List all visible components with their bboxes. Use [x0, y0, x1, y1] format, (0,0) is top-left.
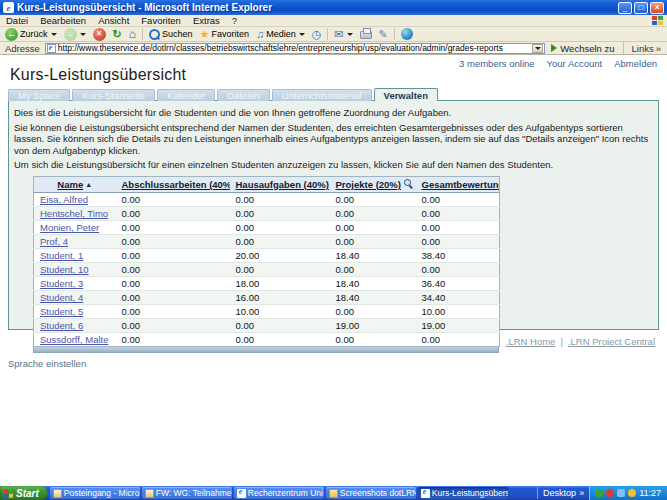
messenger-button[interactable] — [398, 27, 416, 41]
back-label: Zurück — [20, 29, 48, 39]
back-dropdown-icon[interactable] — [51, 33, 57, 36]
grade-cell: 0.00 — [416, 220, 500, 234]
grade-cell: 0.00 — [116, 304, 230, 318]
menu-item-datei[interactable]: Datei — [0, 15, 34, 26]
history-icon — [312, 29, 322, 40]
tray-icon[interactable] — [617, 489, 625, 497]
student-link[interactable]: Student, 10 — [40, 264, 89, 275]
mail-button[interactable] — [331, 27, 355, 41]
window-title: Kurs-Leistungsübersicht - Microsoft Inte… — [17, 2, 618, 13]
table-row: Monien, Peter 0.00 0.00 0.00 0.00 — [34, 220, 500, 234]
table-row: Prof, 4 0.00 0.00 0.00 0.00 — [34, 234, 500, 248]
student-link[interactable]: Student, 4 — [40, 292, 83, 303]
lrn-project-central-link[interactable]: .LRN Project Central — [568, 336, 655, 347]
forward-button[interactable] — [61, 27, 89, 41]
menu-item-ansicht[interactable]: Ansicht — [92, 15, 135, 26]
tab-unterrichtsmaterial[interactable]: Unterrichtsmaterial — [272, 89, 372, 101]
edit-button[interactable] — [376, 27, 391, 41]
media-dropdown-icon[interactable] — [299, 33, 305, 36]
toolbar-separator — [142, 28, 143, 40]
back-icon — [5, 28, 18, 41]
tray-icon[interactable] — [606, 489, 614, 497]
menu-item-favoriten[interactable]: Favoriten — [135, 15, 187, 26]
start-button[interactable]: Start — [0, 486, 48, 500]
grade-cell: 0.00 — [116, 262, 230, 276]
grade-cell: 0.00 — [116, 234, 230, 248]
tab-my-space[interactable]: My Space — [8, 89, 70, 101]
back-button[interactable]: Zurück — [2, 27, 60, 41]
grade-cell: 0.00 — [330, 220, 416, 234]
media-button[interactable]: Medien — [253, 27, 308, 41]
grade-cell: 0.00 — [330, 304, 416, 318]
student-link[interactable]: Hentschel, Timo — [40, 208, 108, 219]
column-header-abschlussarbeiten[interactable]: Abschlussarbeiten (40%) — [116, 176, 230, 192]
language-settings-link[interactable]: Sprache einstellen — [8, 358, 86, 369]
mail-dropdown-icon[interactable] — [347, 33, 353, 36]
go-button[interactable]: Wechseln zu — [548, 43, 617, 54]
clock[interactable]: 11:27 — [639, 488, 661, 498]
desktop-label: Desktop — [543, 488, 576, 498]
grade-cell: 16.00 — [230, 290, 330, 304]
student-link[interactable]: Student, 3 — [40, 278, 83, 289]
taskbar-task-screenshots[interactable]: Screenshots dotLRN... — [326, 487, 416, 499]
menu-item-extras[interactable]: Extras — [187, 15, 226, 26]
page-viewport: 3 members online Your Account Abmelden K… — [0, 55, 667, 486]
close-button[interactable] — [650, 2, 664, 14]
history-button[interactable] — [309, 27, 325, 41]
grade-cell: 18.40 — [330, 248, 416, 262]
tab-kalender[interactable]: Kalender — [157, 89, 215, 101]
student-link[interactable]: Sussdorff, Malte — [40, 334, 108, 345]
student-link[interactable]: Student, 1 — [40, 250, 83, 261]
menu-item-help[interactable]: ? — [226, 15, 243, 26]
grade-cell: 0.00 — [116, 206, 230, 220]
taskbar-task-mail-message[interactable]: FW: WG: Teilnahme v... — [142, 487, 232, 499]
ie-app-icon — [3, 2, 14, 13]
portal-tabs: My Space Kurs-Startseite Kalender Dateie… — [8, 88, 438, 101]
refresh-button[interactable] — [110, 27, 125, 41]
windows-logo-icon — [652, 16, 664, 26]
forward-dropdown-icon[interactable] — [80, 33, 86, 36]
student-link[interactable]: Monien, Peter — [40, 222, 99, 233]
your-account-link[interactable]: Your Account — [547, 58, 603, 69]
grade-cell: 10.00 — [416, 304, 500, 318]
tab-kurs-startseite[interactable]: Kurs-Startseite — [72, 89, 155, 101]
student-link[interactable]: Student, 6 — [40, 320, 83, 331]
tray-icon[interactable] — [628, 489, 636, 497]
student-link[interactable]: Prof, 4 — [40, 236, 68, 247]
minimize-button[interactable] — [618, 2, 632, 14]
table-bottom-strip — [33, 347, 499, 353]
column-header-gesamtbewertung[interactable]: Gesamtbewertung — [416, 176, 500, 192]
desktop-toolbar[interactable]: Desktop » — [537, 487, 589, 499]
toolbar-separator — [394, 28, 395, 40]
search-icon — [149, 28, 160, 40]
taskbar-task-kurs-leistungsuebersicht[interactable]: Kurs-Leistungsübersic... — [418, 487, 508, 499]
tray-icon[interactable] — [595, 489, 603, 497]
home-button[interactable] — [126, 27, 139, 41]
tab-dateien[interactable]: Dateien — [217, 89, 270, 101]
table-row: Student, 1 0.00 20.00 18.40 38.40 — [34, 248, 500, 262]
logout-link[interactable]: Abmelden — [614, 58, 657, 69]
column-header-projekte[interactable]: Projekte (20%) — [330, 176, 416, 192]
stop-button[interactable] — [90, 27, 109, 41]
details-magnifier-icon[interactable] — [404, 179, 414, 189]
grade-cell: 36.40 — [416, 276, 500, 290]
student-link[interactable]: Eisa, Alfred — [40, 194, 88, 205]
members-online-link[interactable]: 3 members online — [459, 58, 535, 69]
maximize-button[interactable] — [634, 2, 648, 14]
menu-item-bearbeiten[interactable]: Bearbeiten — [34, 15, 92, 26]
address-input[interactable] — [58, 44, 530, 53]
address-dropdown-button[interactable] — [532, 44, 543, 53]
lrn-home-link[interactable]: .LRN Home — [506, 336, 556, 347]
column-header-name[interactable]: Name▲ — [34, 176, 116, 192]
search-button[interactable]: Suchen — [146, 27, 196, 41]
links-toolbar[interactable]: Links » — [629, 43, 664, 54]
grade-cell: 0.00 — [230, 206, 330, 220]
print-button[interactable] — [357, 27, 375, 41]
grade-cell: 0.00 — [416, 332, 500, 346]
student-link[interactable]: Student, 5 — [40, 306, 83, 317]
taskbar-task-outlook[interactable]: Posteingang - Micros... — [50, 487, 140, 499]
tab-verwalten[interactable]: Verwalten — [374, 88, 438, 101]
column-header-hausaufgaben[interactable]: Hausaufgaben (40%) — [230, 176, 330, 192]
favorites-button[interactable]: Favoriten — [197, 27, 252, 41]
taskbar-task-rechenzentrum[interactable]: Rechenzentrum Uni K... — [234, 487, 324, 499]
